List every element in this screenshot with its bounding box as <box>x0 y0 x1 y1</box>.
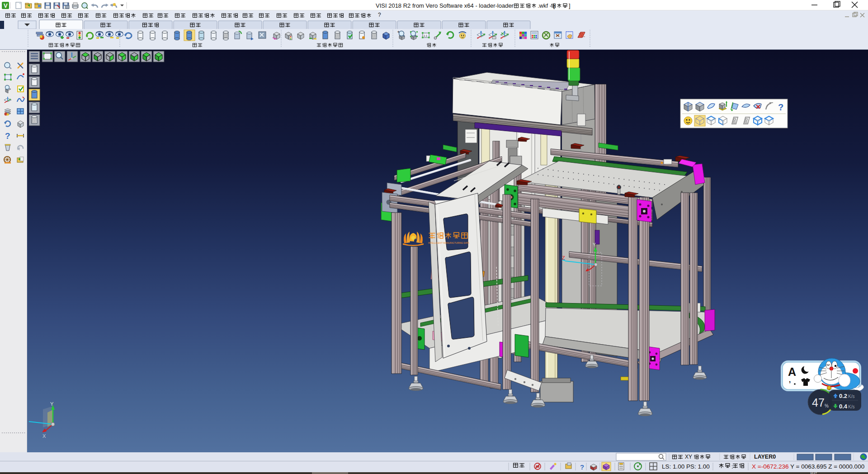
svg-text:Z: Z <box>562 255 565 261</box>
svg-text:X: X <box>42 433 46 439</box>
svg-text:%: % <box>825 403 829 408</box>
svg-text:LS: 1.00 PS: 1.00: LS: 1.00 PS: 1.00 <box>662 463 710 470</box>
svg-text:?: ? <box>378 12 381 18</box>
svg-text:X =-0672.236: X =-0672.236 <box>752 463 788 470</box>
svg-text:,: , <box>789 376 791 384</box>
svg-text::: : <box>731 463 733 470</box>
svg-text:47: 47 <box>812 396 825 409</box>
svg-text:0.4: 0.4 <box>839 403 848 410</box>
svg-text:Y: Y <box>50 401 54 407</box>
svg-text:10:27: 10:27 <box>810 472 817 474</box>
svg-text:.wkf - [: .wkf - [ <box>538 2 555 9</box>
svg-text:+: + <box>397 30 400 34</box>
svg-text:K/s: K/s <box>848 394 854 399</box>
svg-text:?: ? <box>778 102 783 112</box>
svg-text:]: ] <box>569 2 571 9</box>
svg-text:0.2: 0.2 <box>839 393 847 399</box>
svg-text:K/s: K/s <box>848 404 854 409</box>
svg-text:V: V <box>4 2 8 9</box>
svg-text:Y = 0063.695 Z = 0000.000: Y = 0063.695 Z = 0000.000 <box>790 463 864 470</box>
svg-text:XY: XY <box>685 454 692 460</box>
svg-text:1:1: 1:1 <box>424 34 428 37</box>
svg-text:?: ? <box>5 131 10 141</box>
svg-text:VISI 2018 R2 from Vero Softwar: VISI 2018 R2 from Vero Software x64 - lo… <box>376 2 514 9</box>
svg-text:LAYER0: LAYER0 <box>754 454 776 460</box>
svg-text:?: ? <box>580 463 584 471</box>
svg-text:INTELLIGENT MANUFACTURING DATA: INTELLIGENT MANUFACTURING DATA <box>428 242 470 244</box>
svg-text:Y: Y <box>593 242 596 247</box>
